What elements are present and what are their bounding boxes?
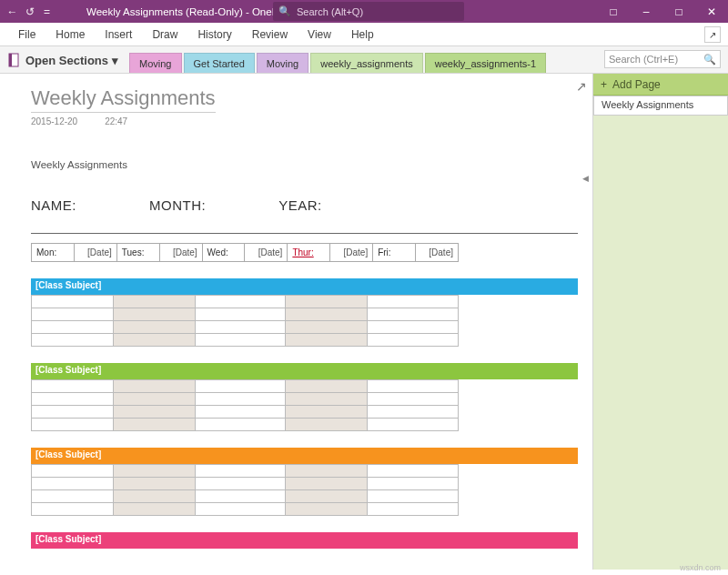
undo-icon[interactable]: ↺: [23, 5, 36, 18]
page-list-item[interactable]: Weekly Assignments: [593, 96, 728, 116]
notebook-dropdown[interactable]: Open Sections ▾: [5, 49, 124, 73]
section-tab-weekly-1[interactable]: weekly_assignments-1: [425, 53, 546, 73]
section-bar: Open Sections ▾ Moving Get Started Movin…: [0, 46, 728, 74]
subject-header: [Class Subject]: [31, 363, 578, 379]
menu-history[interactable]: History: [188, 25, 240, 44]
subject-grid: [31, 464, 459, 516]
section-tab-moving-2[interactable]: Moving: [257, 53, 308, 73]
subject-block-orange: [Class Subject]: [31, 448, 578, 516]
day-tues: Tues:: [116, 244, 159, 262]
menu-file[interactable]: File: [9, 25, 45, 44]
close-button[interactable]: ✕: [695, 0, 728, 23]
section-tab-get-started[interactable]: Get Started: [184, 53, 255, 73]
ribbon-menu: File Home Insert Draw History Review Vie…: [0, 23, 728, 46]
expand-icon[interactable]: ↗: [576, 79, 587, 94]
labels-row: NAME: MONTH: YEAR:: [31, 197, 578, 213]
main-area: ↗ Weekly Assignments 2015-12-20 22:47 We…: [0, 74, 728, 570]
label-name: NAME:: [31, 197, 76, 213]
notebook-icon: [7, 53, 22, 67]
add-page-button[interactable]: + Add Page: [593, 74, 728, 96]
menu-help[interactable]: Help: [342, 25, 383, 44]
redo-icon[interactable]: =: [40, 5, 54, 18]
tell-me-search[interactable]: 🔍 Search (Alt+Q): [273, 2, 464, 21]
subject-header: [Class Subject]: [31, 448, 578, 464]
page-title[interactable]: Weekly Assignments: [31, 86, 216, 113]
menu-review[interactable]: Review: [243, 25, 297, 44]
maximize-button[interactable]: □: [662, 0, 695, 23]
page-canvas[interactable]: ↗ Weekly Assignments 2015-12-20 22:47 We…: [0, 74, 592, 570]
window-title: Weekly Assignments (Read-Only) - OneNote: [86, 6, 294, 17]
section-tab-weekly[interactable]: weekly_assignments: [310, 53, 423, 73]
search-icon: 🔍: [703, 54, 716, 66]
subject-grid: [31, 379, 459, 431]
watermark: wsxdn.com: [680, 563, 721, 572]
title-bar: ← ↺ = Weekly Assignments (Read-Only) - O…: [0, 0, 728, 23]
day-fri: Fri:: [373, 244, 416, 262]
search-input[interactable]: Search (Ctrl+E) 🔍: [604, 50, 721, 68]
notebook-label: Open Sections: [25, 54, 108, 67]
menu-home[interactable]: Home: [46, 25, 94, 44]
subject-block-pink: [Class Subject]: [31, 532, 578, 549]
day-thur: Thur:: [288, 244, 330, 262]
section-tab-moving-1[interactable]: Moving: [129, 53, 181, 73]
page-date: 2015-12-20: [31, 116, 77, 126]
page-panel: + Add Page Weekly Assignments: [592, 74, 728, 570]
day-mon: Mon:: [32, 244, 75, 262]
search-placeholder: Search (Ctrl+E): [609, 54, 678, 65]
plus-icon: +: [601, 78, 607, 91]
separator: [31, 233, 578, 234]
page-time: 22:47: [105, 116, 127, 126]
back-icon[interactable]: ←: [5, 5, 19, 18]
search-icon: 🔍: [278, 5, 291, 17]
subject-grid: [31, 295, 459, 347]
page-subhead: Weekly Assignments: [31, 159, 578, 170]
minimize-button[interactable]: –: [630, 0, 662, 23]
label-year: YEAR:: [278, 197, 322, 213]
days-table: Mon:[Date] Tues:[Date] Wed:[Date] Thur:[…: [31, 243, 459, 262]
menu-insert[interactable]: Insert: [96, 25, 141, 44]
subject-block-green: [Class Subject]: [31, 363, 578, 431]
svg-rect-1: [9, 54, 12, 66]
menu-draw[interactable]: Draw: [143, 25, 187, 44]
page-meta: 2015-12-20 22:47: [31, 116, 578, 126]
subject-block-blue: [Class Subject]: [31, 278, 578, 347]
ribbon-mode-icon[interactable]: □: [597, 0, 630, 23]
full-page-view-icon[interactable]: ↗: [704, 26, 721, 43]
add-page-label: Add Page: [612, 78, 661, 91]
page-list: Weekly Assignments: [593, 96, 728, 570]
day-wed: Wed:: [202, 244, 245, 262]
label-month: MONTH:: [149, 197, 206, 213]
chevron-down-icon: ▾: [112, 54, 118, 67]
subject-header: [Class Subject]: [31, 278, 578, 295]
menu-view[interactable]: View: [298, 25, 340, 44]
subject-header: [Class Subject]: [31, 532, 578, 549]
collapse-tri-icon[interactable]: ◀: [582, 174, 589, 183]
tell-me-placeholder: Search (Alt+Q): [297, 6, 363, 17]
